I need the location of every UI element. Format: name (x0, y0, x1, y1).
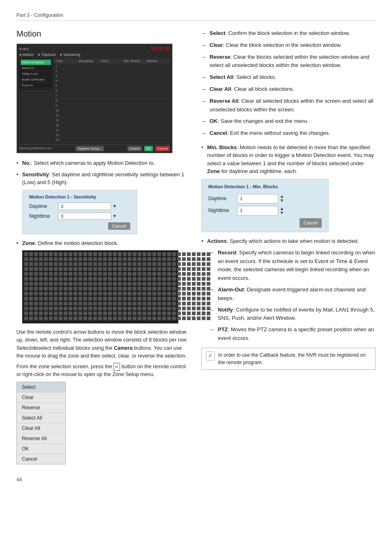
right-key-cancel: Cancel (210, 130, 227, 136)
right-key-select-all: Select All (210, 74, 233, 80)
bullet-minblocks-key: Min. Blocks (207, 144, 237, 150)
minblocks-daytime-stepper[interactable]: ▲▼ (280, 194, 284, 203)
sensitivity-daytime-arrow[interactable]: ▼ (113, 204, 117, 208)
action-notify: Notify: Configure to be notified of even… (210, 306, 376, 323)
dvr-footer: Ignoring Interval 0 sec. Daytime Setup..… (19, 144, 170, 150)
right-item-reverse: Reverse: Clear the blocks selected withi… (201, 53, 376, 70)
minblocks-daytime-value[interactable]: 1 (237, 194, 278, 204)
enter-icon: ↵ (113, 363, 120, 371)
minblocks-daytime-label: Daytime (208, 195, 237, 203)
right-text-select: : Confirm the block selection in the sel… (225, 30, 350, 36)
right-text-clear: : Clear the block selection in the selec… (223, 42, 342, 48)
sensitivity-box: Motion Detection 1 - Sensitivity Daytime… (22, 190, 137, 234)
action-alarm-out: Alarm-Out: Designate event-triggered ala… (210, 286, 376, 303)
zone-bold: Camera (114, 345, 133, 351)
dvr-sidebar: Video Analytics Alarm-In Video Loss Audi… (19, 58, 52, 90)
bullet-sensitivity: Sensitivity: Set daytime and nighttime s… (16, 171, 189, 187)
action-alarm-out-key: Alarm-Out (218, 286, 244, 293)
minblocks-nighttime-stepper[interactable]: ▲▼ (280, 207, 284, 215)
context-menu-select[interactable]: Select (17, 382, 65, 392)
action-ptz-text: : Moves the PTZ camera to a specific pre… (218, 326, 374, 341)
right-text-ok: : Save the changes and exit the menu. (218, 118, 309, 124)
context-menu-ok[interactable]: OK (17, 444, 65, 454)
bullet-minblocks-bold: Zone (207, 168, 220, 174)
right-key-clear: Clear (210, 42, 223, 48)
right-key-reverse: Reverse (210, 54, 231, 60)
dvr-sidebar-alarm-in[interactable]: Alarm-In (21, 65, 51, 71)
bullet-actions: Actions: Specify which actions to take w… (201, 237, 376, 245)
context-menu-clear-all[interactable]: Clear All (17, 423, 65, 434)
dvr-rows: 1 2 3 4 5 6 7 8 9 10 11 12 13 14 (54, 64, 170, 143)
bullet-zone-key: Zone (22, 240, 35, 246)
dvr-screenshot: Event REVO HD ● Motion● TripZone● Tamper… (16, 44, 173, 153)
breadcrumb: Part 3 - Configuration (16, 12, 376, 21)
dvr-ignoring-label: Ignoring Interval (19, 146, 43, 150)
page-number: 44 (16, 477, 376, 482)
context-menu-reverse[interactable]: Reverse (17, 403, 65, 413)
action-record-key: Record (218, 249, 236, 256)
bullet-no-text: : Select which cameras to apply Motion D… (31, 160, 155, 166)
dvr-logo: REVO HD (151, 46, 170, 51)
bullet-zone: Zone: Define the motion detection block. (16, 239, 189, 247)
right-text-cancel: : Exit the menu without saving the chang… (227, 130, 330, 136)
right-key-ok: OK (210, 118, 218, 124)
dvr-ok-btn[interactable]: OK (144, 146, 153, 151)
minblocks-nighttime-label: Nighttime (208, 207, 237, 215)
action-ptz-key: PTZ (218, 326, 228, 332)
minblocks-cancel-btn[interactable]: Cancel (300, 218, 322, 228)
sensitivity-nighttime-value[interactable]: 3 (58, 212, 111, 220)
right-text-reverse: : Clear the blocks selected within the s… (210, 54, 369, 69)
dvr-sidebar-push-in[interactable]: Push-In (21, 83, 51, 88)
context-menu-reverse-all[interactable]: Reverse All (17, 434, 65, 444)
minblocks-box: Motion Detection 1 - Min. Blocks Daytime… (201, 179, 329, 232)
dvr-sidebar-audio-detection[interactable]: Audio Detection (21, 77, 51, 83)
right-key-reverse-all: Reverse All (210, 98, 238, 104)
dvr-ignoring-value: 0 sec. (44, 146, 53, 150)
dvr-table-header: # No.SensitivityZoneMin. BlocksActions (54, 58, 170, 64)
minblocks-nighttime-row: Nighttime 1 ▲▼ (208, 206, 322, 216)
dvr-default-btn[interactable]: Default (127, 146, 142, 151)
action-record: Record: Specify which cameras to begin l… (210, 249, 376, 283)
minblocks-nighttime-value[interactable]: 1 (237, 206, 278, 216)
right-item-reverse-all: Reverse All: Clear all selected blocks w… (201, 97, 376, 114)
section-title: Motion (16, 29, 189, 39)
actions-sub: Record: Specify which cameras to begin l… (210, 249, 376, 343)
bullet-minblocks: Min. Blocks: Motion needs to be detected… (201, 143, 376, 175)
dvr-sidebar-video-loss[interactable]: Video Loss (21, 71, 51, 77)
bullet-no: No.: Select which cameras to apply Motio… (16, 159, 189, 167)
sensitivity-daytime-value[interactable]: 3 (58, 203, 111, 210)
bullet-actions-text: : Specify which actions to take when mot… (227, 238, 359, 244)
context-menu-cancel[interactable]: Cancel (17, 454, 65, 464)
zone-text3-pre: From the zone selection screen, press th… (16, 364, 112, 369)
context-menu-select-all[interactable]: Select All (17, 413, 65, 423)
right-key-select: Select (210, 30, 225, 36)
sensitivity-nighttime-row: Nighttime 3 ▼ (29, 212, 130, 220)
action-record-text: : Specify which cameras to begin linked … (218, 249, 375, 281)
right-item-clear-all: Clear All: Clear all block selections. (201, 85, 376, 94)
sensitivity-cancel-btn[interactable]: Cancel (108, 222, 130, 230)
sensitivity-box-title: Motion Detection 1 - Sensitivity (29, 194, 130, 199)
dvr-radio-row: ● Motion● TripZone● Tampering (19, 53, 170, 57)
right-text: Select: Confirm the block selection in t… (201, 29, 376, 370)
right-text-clear-all: : Clear all block selections. (231, 86, 294, 92)
sensitivity-nighttime-label: Nighttime (29, 213, 58, 219)
dvr-main: # No.SensitivityZoneMin. BlocksActions 1… (54, 58, 170, 143)
note-text: In order to use the Callback feature, th… (218, 351, 371, 366)
dvr-event-label: Event (19, 47, 29, 51)
right-item-cancel: Cancel: Exit the menu without saving the… (201, 129, 376, 138)
dvr-sidebar-video-analytics[interactable]: Video Analytics (21, 60, 51, 65)
sensitivity-nighttime-arrow[interactable]: ▼ (113, 214, 117, 218)
bullet-zone-text: : Define the motion detection block. (35, 240, 118, 246)
action-notify-key: Notify (218, 307, 233, 313)
dvr-daytime-btn[interactable]: Daytime Setup... (76, 146, 104, 151)
dvr-cancel-btn[interactable]: Cancel (155, 146, 170, 151)
bullet-sensitivity-key: Sensitivity (22, 171, 49, 178)
bullet-minblocks-text2: for daytime and nighttime, each. (221, 168, 297, 174)
bullet-no-key: No. (22, 160, 31, 166)
right-item-clear: Clear: Clear the block selection in the … (201, 41, 376, 50)
right-item-select-all: Select All: Select all blocks. (201, 73, 376, 82)
action-notify-text: : Configure to be notified of events by … (218, 307, 375, 321)
note-box: ✓ In order to use the Callback feature, … (201, 348, 376, 370)
context-menu-clear[interactable]: Clear (17, 392, 65, 403)
sensitivity-daytime-label: Daytime (29, 203, 58, 209)
